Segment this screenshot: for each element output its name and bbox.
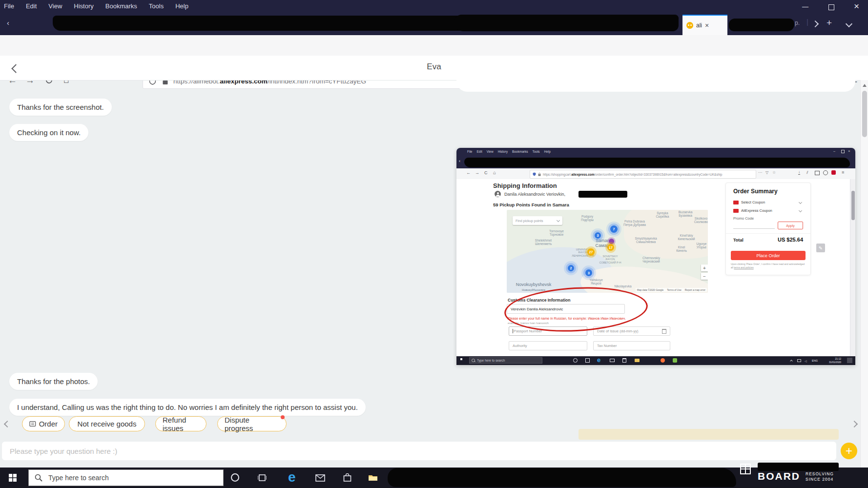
shot-total-value: US $25.64	[778, 237, 803, 243]
shot-star-icon: ☆	[772, 170, 776, 175]
tab-scroll-left-icon[interactable]: ‹	[7, 19, 9, 27]
coupon-icon	[733, 201, 739, 204]
shot-edit-pencil-icon: ✎	[816, 244, 825, 252]
menu-tools[interactable]: Tools	[149, 2, 164, 10]
menu-bookmarks[interactable]: Bookmarks	[105, 2, 137, 10]
quick-reply-order[interactable]: Order	[22, 416, 65, 431]
map-zoom-out-button: −	[701, 273, 708, 280]
quick-reply-refund-issues[interactable]: Refund issues	[155, 416, 207, 431]
user-screenshot-image[interactable]: FileEditViewHistoryBookmarksToolsHelp – …	[456, 148, 855, 365]
chat-scrollbar[interactable]	[860, 80, 868, 468]
shot-downloads-icon: ↓	[798, 170, 800, 175]
shot-page-actions-icon: ⋯	[758, 170, 762, 175]
shot-promo-input	[733, 223, 775, 229]
partial-user-bubble	[456, 80, 855, 92]
tab-list-dropdown-icon[interactable]	[846, 20, 852, 27]
shot-promo-label: Promo Code	[733, 216, 754, 221]
map-label: Kinel'skiyКинельский	[678, 234, 695, 241]
redaction-taskbar	[388, 468, 736, 487]
map-label: TornovoyeТорновое	[549, 229, 564, 237]
nav-toolbar: ← → ⌂ https://alimebot.aliexpress.com/in…	[0, 35, 868, 56]
map-label: Petra DubravaПетра Дубрава	[623, 220, 646, 227]
close-icon[interactable]: ×	[854, 1, 859, 12]
new-tab-icon[interactable]: +	[827, 18, 832, 28]
shot-library-icon: ⫽	[806, 170, 808, 175]
mail-icon[interactable]	[315, 474, 325, 482]
coupon-icon	[733, 209, 739, 213]
shot-apply-button: Apply	[778, 222, 803, 229]
shot-cortana-icon	[573, 358, 578, 363]
taskbar-search-input[interactable]	[47, 473, 223, 482]
tab-overflow-text: p.	[795, 20, 800, 26]
chat-message-input[interactable]	[2, 442, 836, 460]
shot-tray-expand-icon	[790, 360, 793, 363]
map-label: BuzaevkaБузаевка	[679, 210, 693, 218]
shot-tab-strip: ‹	[456, 156, 855, 168]
shot-green-app-icon	[673, 358, 677, 363]
chat-title: Eva	[0, 62, 868, 72]
maximize-icon[interactable]	[828, 4, 834, 10]
redaction-tabs-left	[53, 16, 473, 31]
map-label: SyreykaСырейка	[656, 211, 669, 219]
select-coupon-chevron-icon	[799, 201, 802, 204]
shot-taskbar: Type here to search e ◁ ENG 21:12 31/01/…	[456, 356, 855, 365]
bot-message: Thanks for the screenshot.	[9, 99, 112, 116]
store-icon[interactable]	[343, 473, 351, 482]
map-label: SmyshlyayevkaСмышляевка	[635, 237, 657, 244]
screen: File Edit View History Bookmarks Tools H…	[0, 0, 868, 488]
scrollbar-up-arrow-icon[interactable]	[863, 84, 867, 87]
shot-total-label: Total	[733, 238, 744, 243]
redaction-tabs-mid	[454, 15, 679, 31]
menu-bar: File Edit View History Bookmarks Tools H…	[4, 2, 188, 10]
bot-message: Thanks for the photos.	[9, 373, 98, 390]
file-explorer-icon[interactable]	[368, 474, 378, 482]
watermark-grid-icon	[740, 464, 751, 474]
shot-adblock-icon	[831, 170, 836, 175]
map-cluster-marker: 27	[587, 248, 595, 256]
quick-replies-scroll-left-icon[interactable]	[4, 421, 11, 427]
shot-select-coupon-row: Select Coupon	[733, 200, 765, 204]
bot-message: I understand, Calling us was the right t…	[9, 399, 366, 416]
aliexpress-coupon-chevron-icon	[799, 209, 802, 212]
map-label: SOVETSKIY RAYONСОВЕТСКИЙ Р-Н	[599, 255, 622, 264]
shot-start-icon	[460, 358, 465, 363]
shot-pocket-icon: ▽	[765, 170, 768, 175]
edge-icon[interactable]: e	[288, 469, 296, 485]
redaction-watermark-line	[758, 463, 839, 471]
menu-edit[interactable]: Edit	[26, 2, 37, 10]
quick-reply-dispute-progress[interactable]: Dispute progress	[217, 416, 287, 431]
shot-clock: 21:12 31/01/2020	[822, 357, 841, 364]
menu-view[interactable]: View	[48, 2, 62, 10]
task-view-icon[interactable]	[258, 474, 267, 482]
menu-history[interactable]: History	[74, 2, 93, 10]
chat-header: Eva	[0, 56, 868, 81]
map-cluster-marker: 7	[610, 225, 618, 233]
shot-shipping-title: Shipping Information	[493, 182, 557, 189]
shot-maximize-icon	[841, 150, 845, 153]
tab-eva-chat[interactable]: ali ×	[682, 15, 727, 35]
shot-taskbar-search: Type here to search	[469, 357, 542, 364]
tab-close-icon[interactable]: ×	[705, 21, 709, 29]
tab-scroll-right-icon[interactable]	[812, 20, 819, 27]
cortana-icon[interactable]	[231, 473, 239, 482]
menu-help[interactable]: Help	[175, 2, 188, 10]
minimize-icon[interactable]: —	[802, 3, 808, 10]
shot-recipient-name: Danila Aleksandrovic Veriovkin,	[504, 192, 565, 197]
shot-terms-note: Upon clicking 'Place Order', I confirm I…	[731, 263, 806, 269]
shot-sidebar-icon	[815, 171, 820, 175]
start-button-icon[interactable]	[9, 474, 17, 482]
map-cluster-marker: 3	[595, 232, 601, 239]
quick-replies-scroll-right-icon[interactable]	[851, 421, 858, 427]
scrollbar-thumb[interactable]	[862, 91, 867, 137]
watermark-name: BOARD	[758, 470, 800, 482]
shot-language-indicator: ENG	[812, 359, 818, 362]
map-zoom-in-button: +	[701, 264, 708, 271]
quick-reply-not-receive-goods[interactable]: Not receive goods	[69, 416, 145, 431]
menu-file[interactable]: File	[4, 2, 14, 10]
taskbar-search-box[interactable]	[28, 469, 224, 486]
map-label: PodgoryПодгоры	[581, 215, 594, 222]
shot-scrollbar-thumb	[851, 191, 855, 220]
shot-tray-volume-icon: ◁	[805, 359, 807, 363]
attach-plus-button[interactable]: +	[841, 443, 857, 459]
watermark: BOARD RESOLVING SINCE 2004	[738, 461, 855, 483]
